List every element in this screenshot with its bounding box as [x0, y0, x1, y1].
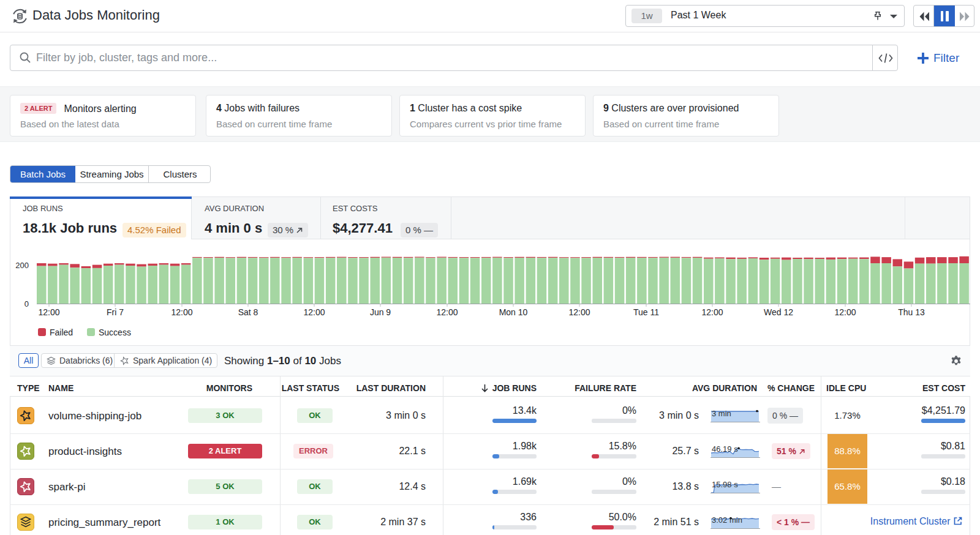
svg-text:12:00: 12:00 — [436, 307, 458, 317]
svg-text:Jun 9: Jun 9 — [370, 307, 391, 317]
svg-text:12:00: 12:00 — [701, 307, 723, 317]
svg-text:12:00: 12:00 — [38, 307, 59, 317]
svg-text:12:00: 12:00 — [834, 307, 856, 317]
svg-text:Thu 13: Thu 13 — [898, 307, 925, 317]
svg-text:Mon 10: Mon 10 — [499, 307, 528, 317]
svg-text:Fri 7: Fri 7 — [107, 307, 124, 317]
svg-text:12:00: 12:00 — [303, 307, 325, 317]
svg-text:Sat 8: Sat 8 — [238, 307, 258, 317]
svg-text:200: 200 — [15, 261, 29, 270]
svg-text:12:00: 12:00 — [568, 307, 590, 317]
svg-text:12:00: 12:00 — [171, 307, 192, 317]
svg-text:Wed 12: Wed 12 — [764, 307, 793, 317]
svg-text:0: 0 — [24, 299, 29, 309]
svg-text:Tue 11: Tue 11 — [633, 307, 659, 317]
